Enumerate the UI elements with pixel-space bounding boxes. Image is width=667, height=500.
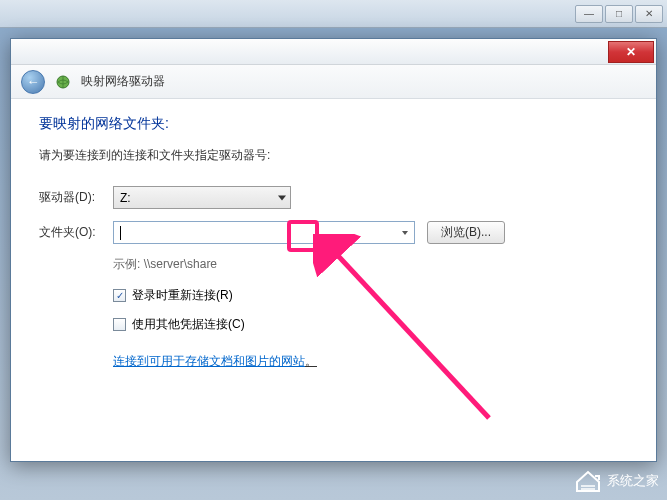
map-network-drive-dialog: ✕ ← 映射网络驱动器 要映射的网络文件夹: 请为要连接到的连接和文件夹指定驱动… — [10, 38, 657, 462]
link-period: 。 — [305, 354, 317, 368]
example-text: 示例: \\server\share — [113, 256, 628, 273]
network-drive-icon — [55, 74, 71, 90]
page-heading: 要映射的网络文件夹: — [39, 115, 628, 133]
outer-close-button[interactable]: ✕ — [635, 5, 663, 23]
house-icon — [575, 470, 601, 492]
outer-titlebar: — □ ✕ — [0, 0, 667, 28]
drive-select[interactable]: Z: — [113, 186, 291, 209]
drive-value: Z: — [120, 191, 131, 205]
folder-label: 文件夹(O): — [39, 224, 113, 241]
text-cursor — [120, 226, 121, 240]
other-credentials-label: 使用其他凭据连接(C) — [132, 316, 245, 333]
chevron-down-icon — [402, 231, 408, 235]
instruction-text: 请为要连接到的连接和文件夹指定驱动器号: — [39, 147, 628, 164]
dialog-titlebar: ✕ — [11, 39, 656, 65]
other-credentials-checkbox[interactable] — [113, 318, 126, 331]
back-arrow-icon: ← — [27, 74, 40, 89]
reconnect-label: 登录时重新连接(R) — [132, 287, 233, 304]
reconnect-checkbox[interactable]: ✓ — [113, 289, 126, 302]
folder-input[interactable] — [113, 221, 415, 244]
browse-button[interactable]: 浏览(B)... — [427, 221, 505, 244]
close-button[interactable]: ✕ — [608, 41, 654, 63]
back-button[interactable]: ← — [21, 70, 45, 94]
dialog-title: 映射网络驱动器 — [81, 73, 165, 90]
watermark: 系统之家 — [575, 470, 659, 492]
header-bar: ← 映射网络驱动器 — [11, 65, 656, 99]
outer-maximize-button[interactable]: □ — [605, 5, 633, 23]
drive-label: 驱动器(D): — [39, 189, 113, 206]
outer-minimize-button[interactable]: — — [575, 5, 603, 23]
watermark-text: 系统之家 — [607, 472, 659, 490]
close-icon: ✕ — [626, 45, 636, 59]
chevron-down-icon — [278, 195, 286, 200]
connect-website-link[interactable]: 连接到可用于存储文档和图片的网站 — [113, 353, 305, 370]
